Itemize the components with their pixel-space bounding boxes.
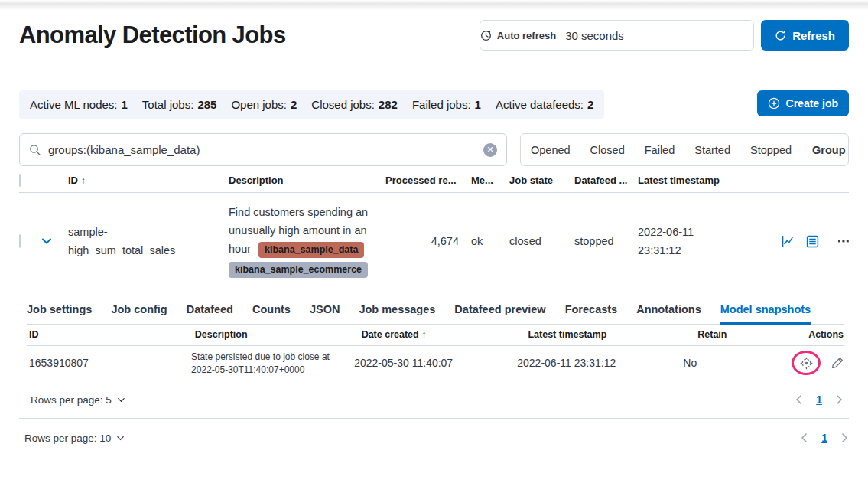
job-row: sample-high_sum_total_sales Find custome… — [19, 193, 849, 292]
job-stats-bar: Active ML nodes:1 Total jobs:285 Open jo… — [19, 90, 604, 119]
job-processed-records: 4,674 — [385, 235, 471, 247]
tab-counts[interactable]: Counts — [252, 303, 291, 324]
auto-refresh-group: Auto refresh — [480, 20, 754, 51]
filter-button-group: Opened Closed Failed Started Stopped Gro… — [520, 133, 849, 166]
snapshot-description: State persisted due to job close at 2022… — [191, 351, 330, 375]
detail-tabs: Job settings Job config Datafeed Counts … — [27, 292, 844, 325]
snap-col-id: ID — [29, 329, 195, 340]
group-badge-kibana-sample-ecommerce[interactable]: kibana_sample_ecommerce — [229, 262, 368, 278]
job-memory-status: ok — [471, 235, 509, 247]
page-header: Anomaly Detection Jobs Auto refresh Refr… — [19, 10, 849, 70]
filter-failed[interactable]: Failed — [635, 134, 685, 165]
snap-col-actions: Actions — [808, 329, 844, 340]
snap-col-description: Description — [195, 329, 362, 340]
edit-snapshot-icon[interactable] — [831, 357, 844, 369]
snapshot-row: 1653910807 State persisted due to job cl… — [27, 346, 844, 380]
auto-refresh-label: Auto refresh — [497, 30, 556, 41]
prev-page-icon[interactable] — [800, 433, 809, 442]
stat-active-datafeeds: Active datafeeds:2 — [496, 98, 593, 111]
jobs-pagination: Rows per page: 10 1 — [19, 419, 849, 456]
job-state: closed — [509, 235, 574, 247]
page-number-1[interactable]: 1 — [821, 432, 827, 444]
filter-closed[interactable]: Closed — [580, 134, 635, 165]
snapshot-retain: No — [683, 357, 792, 369]
tab-annotations[interactable]: Annotations — [636, 303, 701, 324]
plus-circle-icon — [768, 97, 780, 109]
chevron-down-icon — [117, 396, 125, 404]
row-actions-menu-icon[interactable] — [838, 240, 849, 243]
search-box: ✕ — [19, 133, 507, 166]
filter-stopped[interactable]: Stopped — [740, 134, 801, 165]
stat-failed-jobs: Failed jobs:1 — [412, 98, 481, 111]
snapshot-latest-timestamp: 2022-06-11 23:31:12 — [517, 357, 683, 369]
collapse-row-button[interactable] — [41, 235, 53, 247]
single-metric-viewer-icon[interactable] — [782, 235, 795, 248]
create-job-button[interactable]: Create job — [757, 90, 849, 116]
prev-page-icon[interactable] — [795, 395, 804, 404]
rows-per-page-10-button[interactable]: Rows per page: 10 — [24, 433, 125, 444]
tab-datafeed[interactable]: Datafeed — [187, 303, 233, 324]
refresh-controls: Auto refresh Refresh — [480, 20, 849, 51]
refresh-icon — [775, 30, 786, 41]
stat-open-jobs: Open jobs:2 — [231, 98, 297, 111]
group-filter-label: Group — [812, 144, 846, 156]
tab-job-messages[interactable]: Job messages — [359, 303, 435, 324]
revert-snapshot-icon[interactable] — [800, 357, 813, 370]
snapshot-date-created: 2022-05-30 11:40:07 — [354, 357, 517, 369]
clear-search-icon[interactable]: ✕ — [483, 143, 497, 157]
job-id: sample-high_sum_total_sales — [68, 223, 206, 260]
chevron-down-icon — [41, 235, 53, 247]
page-title: Anomaly Detection Jobs — [19, 21, 286, 49]
jobs-col-id[interactable]: ID ↑ — [68, 175, 229, 186]
select-all-checkbox[interactable] — [19, 174, 21, 187]
tab-forecasts[interactable]: Forecasts — [565, 303, 618, 324]
anomaly-explorer-icon[interactable] — [806, 235, 819, 248]
snap-col-latest-timestamp: Latest timestamp — [528, 329, 697, 340]
search-icon — [29, 144, 41, 156]
jobs-col-datafeed[interactable]: Datafeed ... — [574, 175, 638, 186]
top-shadow — [0, 0, 868, 10]
group-badge-kibana-sample-data[interactable]: kibana_sample_data — [258, 242, 364, 258]
page-number-1[interactable]: 1 — [816, 393, 822, 406]
jobs-col-latest-timestamp[interactable]: Latest timestamp — [638, 175, 720, 186]
create-job-label: Create job — [786, 97, 838, 109]
snap-col-date-created[interactable]: Date created ↑ — [362, 329, 528, 340]
jobs-col-processed-records[interactable]: Processed re... — [385, 175, 471, 186]
jobs-col-job-state[interactable]: Job state — [509, 175, 574, 186]
sort-asc-icon: ↑ — [421, 329, 426, 340]
filter-opened[interactable]: Opened — [521, 134, 580, 165]
search-filter-row: ✕ Opened Closed Failed Started Stopped G… — [19, 133, 849, 166]
job-datafeed-state: stopped — [574, 235, 638, 247]
refresh-button[interactable]: Refresh — [761, 20, 849, 51]
stat-closed-jobs: Closed jobs:282 — [311, 98, 398, 111]
refresh-interval-input[interactable] — [556, 21, 753, 50]
jobs-col-description[interactable]: Description — [229, 175, 385, 186]
filter-started[interactable]: Started — [684, 134, 740, 165]
clock-icon — [480, 30, 492, 41]
tab-model-snapshots[interactable]: Model snapshots — [720, 303, 811, 324]
rows-per-page-5-button[interactable]: Rows per page: 5 — [31, 394, 125, 406]
next-page-icon[interactable] — [834, 395, 844, 404]
tab-job-config[interactable]: Job config — [111, 303, 167, 324]
job-description-cell: Find customers spending an unusually hig… — [229, 203, 385, 279]
stat-total-jobs: Total jobs:285 — [142, 98, 217, 111]
search-input[interactable] — [48, 143, 476, 156]
tab-json[interactable]: JSON — [310, 303, 340, 324]
stats-row: Active ML nodes:1 Total jobs:285 Open jo… — [19, 90, 849, 119]
jobs-col-memory[interactable]: Me... — [471, 175, 509, 186]
chevron-down-icon — [116, 434, 125, 442]
jobs-table-header: ID ↑ Description Processed re... Me... J… — [19, 175, 849, 193]
auto-refresh-button[interactable]: Auto refresh — [480, 21, 556, 50]
refresh-label: Refresh — [792, 29, 835, 42]
snapshots-pagination: Rows per page: 5 1 — [27, 380, 844, 418]
row-checkbox[interactable] — [19, 234, 21, 248]
sort-asc-icon: ↑ — [81, 175, 86, 186]
tab-datafeed-preview[interactable]: Datafeed preview — [454, 303, 545, 324]
tab-job-settings[interactable]: Job settings — [27, 303, 92, 324]
group-filter-button[interactable]: Group 1 — [801, 134, 849, 165]
snap-col-retain: Retain — [697, 329, 808, 340]
job-latest-timestamp: 2022-06-11 23:31:12 — [638, 223, 720, 260]
stat-active-ml-nodes: Active ML nodes:1 — [30, 98, 128, 111]
next-page-icon[interactable] — [840, 433, 849, 442]
snapshot-id: 1653910807 — [29, 357, 191, 369]
